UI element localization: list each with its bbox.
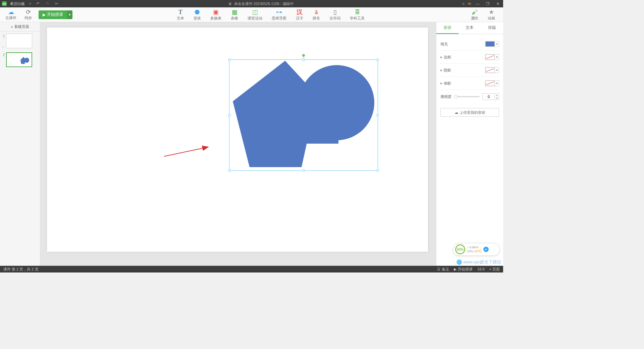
rotation-handle[interactable] bbox=[302, 54, 305, 57]
remark-button[interactable]: ☰备注 bbox=[437, 267, 449, 272]
media-icon: ▣ bbox=[212, 8, 220, 16]
canvas-area[interactable] bbox=[40, 22, 436, 266]
shape-icon: ⬣ bbox=[194, 8, 201, 16]
slide-thumbnails-panel: + 新建页面 1 ☆ 2 bbox=[0, 22, 40, 266]
document-icon: 🗎 bbox=[228, 2, 232, 6]
tool-label: 文本 bbox=[177, 16, 184, 21]
resize-handle-nw[interactable] bbox=[228, 58, 231, 61]
chevron-down-icon[interactable]: ▼ bbox=[495, 97, 499, 100]
start-lesson-status-button[interactable]: ▶开始授课 bbox=[454, 267, 473, 272]
resize-handle-w[interactable] bbox=[228, 114, 231, 116]
opacity-stepper[interactable]: ▲▼ bbox=[495, 93, 499, 100]
resize-handle-s[interactable] bbox=[302, 169, 305, 172]
tool-label: 多媒体 bbox=[210, 16, 221, 21]
anim-label: 动画 bbox=[488, 16, 495, 21]
tool-hanzi[interactable]: 汉汉字 bbox=[291, 8, 308, 21]
play-icon: ▶ bbox=[454, 267, 457, 271]
tool-label: 拼音 bbox=[313, 16, 320, 21]
tool-pinyin[interactable]: ā拼音 bbox=[308, 8, 325, 21]
minimize-button[interactable]: — bbox=[474, 2, 481, 6]
cpu-label: CPU bbox=[467, 250, 474, 253]
tab-shape[interactable]: 形状 bbox=[436, 22, 459, 34]
maximize-button[interactable]: ❐ bbox=[484, 2, 491, 6]
subject-icon: ≣ bbox=[354, 8, 361, 16]
tool-table[interactable]: ▦表格 bbox=[226, 8, 243, 21]
annotation-arrow-icon bbox=[163, 145, 213, 158]
tool-activity[interactable]: ◫课堂活动 bbox=[243, 8, 267, 21]
tool-media[interactable]: ▣多媒体 bbox=[206, 8, 226, 21]
shadow-color-picker[interactable]: ▼ bbox=[485, 67, 499, 73]
resize-handle-n[interactable] bbox=[302, 58, 305, 61]
start-lesson-dropdown[interactable]: ▼ bbox=[67, 10, 72, 19]
pinyin-icon: ā bbox=[313, 8, 320, 16]
slide-thumbnail-2[interactable]: 2 bbox=[1, 52, 39, 67]
share-icon[interactable]: < bbox=[463, 2, 465, 6]
reflection-color-picker[interactable]: ▼ bbox=[485, 80, 499, 86]
aspect-ratio-button[interactable]: 16:9 bbox=[477, 267, 484, 271]
properties-panel: 形状 文本 排版 填充 ▼ ▶边框 ▼ ▶阴影 ▼ ▶倒影 ▼ 透明度 bbox=[436, 22, 503, 266]
border-swatch bbox=[485, 54, 495, 60]
svg-rect-2 bbox=[298, 100, 338, 144]
resize-handle-se[interactable] bbox=[376, 169, 379, 172]
prop-reflection[interactable]: ▶倒影 ▼ bbox=[440, 77, 499, 90]
sync-icon: ⟳ bbox=[26, 9, 31, 15]
prop-border[interactable]: ▶边框 ▼ bbox=[440, 51, 499, 64]
app-menu-caret-icon[interactable]: ▼ bbox=[29, 2, 32, 5]
brush-icon: 🖌 bbox=[471, 8, 478, 16]
ribbon-attr-button[interactable]: 🖌属性 bbox=[466, 8, 483, 21]
mindmap-icon: ⊶ bbox=[275, 8, 283, 16]
chevron-down-icon: ▼ bbox=[495, 42, 499, 46]
slide-preview bbox=[6, 52, 32, 67]
opacity-input[interactable] bbox=[482, 93, 495, 100]
cloud-label: 云课件 bbox=[5, 15, 16, 20]
redo-icon[interactable]: ↷ bbox=[44, 1, 50, 6]
tool-mindmap[interactable]: ⊶思维导图 bbox=[267, 8, 291, 21]
upload-shape-button[interactable]: ☁ 上传至我的形状 bbox=[440, 108, 499, 117]
add-page-button[interactable]: + 页面 bbox=[489, 267, 500, 272]
new-page-label: 新建页面 bbox=[14, 24, 29, 29]
fill-color-picker[interactable]: ▼ bbox=[485, 41, 499, 47]
sync-button[interactable]: ⟳ 同步 bbox=[20, 7, 36, 22]
slide-thumbnail-1[interactable]: 1 ☆ bbox=[1, 34, 39, 49]
close-button[interactable]: ✕ bbox=[494, 2, 501, 6]
border-color-picker[interactable]: ▼ bbox=[485, 54, 499, 60]
note-icon: ☰ bbox=[437, 267, 440, 271]
tool-poem[interactable]: ▯古诗词 bbox=[325, 8, 345, 21]
combined-shape[interactable] bbox=[229, 60, 378, 171]
tool-shape[interactable]: ⬣形状 bbox=[189, 8, 206, 21]
shadow-label: 阴影 bbox=[444, 68, 451, 73]
resize-handle-ne[interactable] bbox=[376, 58, 379, 61]
slide-canvas[interactable] bbox=[47, 28, 428, 252]
undo-icon[interactable]: ↶ bbox=[35, 1, 41, 6]
tool-subject[interactable]: ≣学科工具 bbox=[345, 8, 369, 21]
upload-speed-icon: ↑ bbox=[467, 246, 469, 249]
opacity-slider[interactable] bbox=[455, 96, 480, 97]
start-lesson-button[interactable]: ▶ 开始授课 bbox=[39, 10, 67, 19]
chevron-up-icon[interactable]: ▲ bbox=[495, 94, 499, 97]
reflection-label: 倒影 bbox=[444, 81, 451, 86]
border-label: 边框 bbox=[444, 55, 451, 60]
new-page-button[interactable]: + 新建页面 bbox=[0, 22, 40, 32]
hanzi-icon: 汉 bbox=[296, 8, 303, 16]
mail-icon[interactable]: ✉ bbox=[468, 2, 471, 6]
cloud-icon: ☁ bbox=[8, 9, 14, 15]
cut-icon[interactable]: ✂ bbox=[54, 1, 60, 6]
shape-selection-box[interactable] bbox=[229, 59, 378, 171]
tab-layout[interactable]: 排版 bbox=[481, 22, 503, 34]
tool-text[interactable]: T文本 bbox=[172, 8, 189, 21]
ribbon-anim-button[interactable]: ★动画 bbox=[483, 8, 500, 21]
resize-handle-sw[interactable] bbox=[228, 169, 231, 172]
sysmon-plus-button[interactable]: + bbox=[483, 247, 489, 252]
chevron-down-icon: ▼ bbox=[495, 81, 499, 86]
system-monitor-widget[interactable]: 55% ↑ 0.5K/s CPU 30℃ + bbox=[453, 243, 500, 256]
title-bar: EN 希沃白板 ▼ ↶ ↷ ✂ 🗎 未命名课件 20230526-1106 - … bbox=[0, 0, 503, 7]
slider-thumb[interactable] bbox=[454, 95, 458, 98]
resize-handle-e[interactable] bbox=[376, 114, 379, 116]
cloud-courseware-button[interactable]: ☁ 云课件 bbox=[1, 7, 20, 22]
net-speed: 0.5K/s bbox=[470, 246, 478, 249]
tool-label: 汉字 bbox=[296, 16, 303, 21]
shape-preview-icon bbox=[19, 56, 30, 64]
prop-shadow[interactable]: ▶阴影 ▼ bbox=[440, 64, 499, 77]
tab-text[interactable]: 文本 bbox=[459, 22, 481, 34]
upload-shape-label: 上传至我的形状 bbox=[460, 110, 485, 115]
